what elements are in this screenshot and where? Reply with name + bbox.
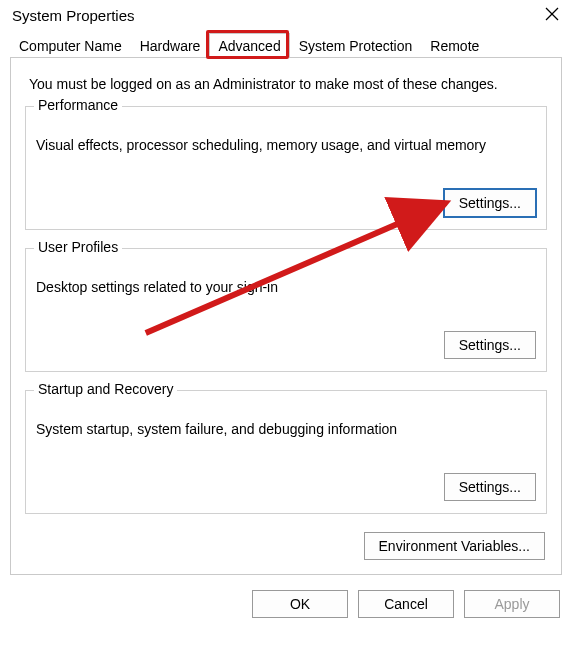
group-startup-recovery-desc: System startup, system failure, and debu… <box>36 421 536 437</box>
ok-button[interactable]: OK <box>252 590 348 618</box>
startup-recovery-settings-button[interactable]: Settings... <box>444 473 536 501</box>
tab-system-protection[interactable]: System Protection <box>290 33 422 58</box>
tabstrip: Computer Name Hardware Advanced System P… <box>0 33 572 58</box>
group-performance-desc: Visual effects, processor scheduling, me… <box>36 137 536 153</box>
group-user-profiles-title: User Profiles <box>34 239 122 255</box>
performance-settings-button[interactable]: Settings... <box>444 189 536 217</box>
user-profiles-settings-button[interactable]: Settings... <box>444 331 536 359</box>
group-startup-recovery-title: Startup and Recovery <box>34 381 177 397</box>
intro-text: You must be logged on as an Administrato… <box>29 76 543 92</box>
cancel-button[interactable]: Cancel <box>358 590 454 618</box>
tab-hardware[interactable]: Hardware <box>131 33 210 58</box>
tab-computer-name[interactable]: Computer Name <box>10 33 131 58</box>
group-performance-title: Performance <box>34 97 122 113</box>
close-icon[interactable] <box>544 6 560 25</box>
apply-button[interactable]: Apply <box>464 590 560 618</box>
environment-variables-button[interactable]: Environment Variables... <box>364 532 545 560</box>
tab-remote[interactable]: Remote <box>421 33 488 58</box>
group-performance: Performance Visual effects, processor sc… <box>25 106 547 230</box>
tab-content: You must be logged on as an Administrato… <box>10 57 562 575</box>
window-title: System Properties <box>12 7 135 24</box>
group-startup-recovery: Startup and Recovery System startup, sys… <box>25 390 547 514</box>
group-user-profiles-desc: Desktop settings related to your sign-in <box>36 279 536 295</box>
titlebar: System Properties <box>0 0 572 33</box>
group-user-profiles: User Profiles Desktop settings related t… <box>25 248 547 372</box>
tab-advanced[interactable]: Advanced <box>209 33 289 58</box>
dialog-buttons: OK Cancel Apply <box>0 576 572 618</box>
